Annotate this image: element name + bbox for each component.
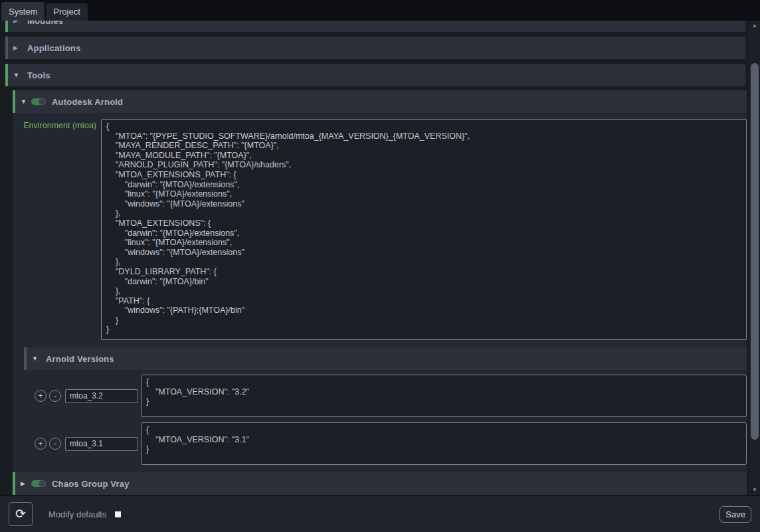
version-row-mtoa-3-2: + - { "MTOA_VERSION": "3.2" } [24, 375, 747, 417]
top-tab-bar: System Project [0, 0, 760, 21]
refresh-icon: ⟳ [15, 507, 26, 521]
tools-children-panel: ▼ Autodesk Arnold Environment (mtoa) { "… [13, 90, 747, 495]
caret-down-icon: ▼ [13, 72, 21, 78]
section-title: Autodesk Arnold [52, 97, 123, 107]
version-key-input[interactable] [65, 437, 138, 451]
arnold-versions-state-bar [24, 347, 27, 370]
modules-state-bar [5, 21, 8, 32]
caret-right-icon: ▶ [21, 480, 29, 487]
version-row-controls: + - [24, 437, 138, 451]
section-header-applications[interactable]: ▶ Applications [5, 37, 745, 59]
add-version-button[interactable]: + [35, 390, 47, 402]
settings-content: ▶ Modules ▶ Applications ▼ Tools ▼ [0, 21, 749, 495]
section-header-arnold-versions[interactable]: ▼ Arnold Versions [24, 347, 747, 370]
remove-version-button[interactable]: - [49, 438, 61, 450]
version-row-controls: + - [24, 389, 138, 403]
section-header-autodesk-arnold[interactable]: ▼ Autodesk Arnold [13, 90, 747, 113]
version-json-editor[interactable]: { "MTOA_VERSION": "3.2" } [141, 375, 747, 417]
caret-down-icon: ▼ [21, 98, 29, 105]
refresh-button[interactable]: ⟳ [9, 502, 33, 526]
caret-right-icon: ▶ [13, 44, 21, 51]
section-title: Tools [27, 70, 50, 80]
settings-scroll-area: ▶ Modules ▶ Applications ▼ Tools ▼ [0, 21, 760, 495]
version-json-editor[interactable]: { "MTOA_VERSION": "3.1" } [141, 422, 747, 465]
footer-bar: ⟳ Modify defaults Save [0, 495, 760, 532]
vertical-scrollbar[interactable]: ▲ ▼ [749, 21, 760, 495]
add-version-button[interactable]: + [35, 438, 47, 450]
version-key-input[interactable] [65, 389, 138, 403]
caret-right-icon: ▶ [13, 21, 21, 24]
modify-defaults-checkbox[interactable] [115, 511, 121, 517]
vray-state-bar [13, 472, 15, 495]
tools-state-bar [5, 64, 8, 86]
environment-label: Environment (mtoa) [13, 119, 98, 130]
arnold-state-bar [13, 90, 15, 113]
settings-window: System Project ▶ Modules ▶ Applications … [0, 0, 760, 532]
tab-system[interactable]: System [1, 2, 45, 21]
section-title: Arnold Versions [46, 354, 114, 364]
version-row-mtoa-3-1: + - { "MTOA_VERSION": "3.1" } [24, 422, 747, 465]
toggle-knob-icon [39, 98, 46, 105]
environment-json-editor[interactable]: { "MTOA": "{PYPE_STUDIO_SOFTWARE}/arnold… [101, 119, 747, 340]
section-title: Applications [27, 43, 80, 53]
scrollbar-thumb[interactable] [751, 63, 759, 440]
arnold-enabled-toggle[interactable] [31, 98, 46, 105]
tab-project[interactable]: Project [46, 3, 87, 21]
section-title: Modules [27, 21, 63, 26]
section-title: Chaos Group Vray [52, 479, 130, 489]
section-header-chaos-group-vray[interactable]: ▶ Chaos Group Vray [13, 472, 747, 495]
modify-defaults-label: Modify defaults [48, 509, 106, 519]
applications-state-bar [5, 37, 8, 59]
remove-version-button[interactable]: - [49, 390, 61, 402]
section-header-tools[interactable]: ▼ Tools [5, 64, 745, 86]
section-header-modules[interactable]: ▶ Modules [5, 21, 745, 32]
save-button[interactable]: Save [719, 506, 751, 523]
toggle-knob-icon [39, 480, 46, 487]
environment-row: Environment (mtoa) { "MTOA": "{PYPE_STUD… [13, 119, 747, 340]
scroll-down-button[interactable]: ▼ [749, 485, 760, 495]
scroll-up-button[interactable]: ▲ [749, 21, 760, 31]
caret-down-icon: ▼ [32, 355, 40, 362]
vray-enabled-toggle[interactable] [31, 480, 46, 487]
